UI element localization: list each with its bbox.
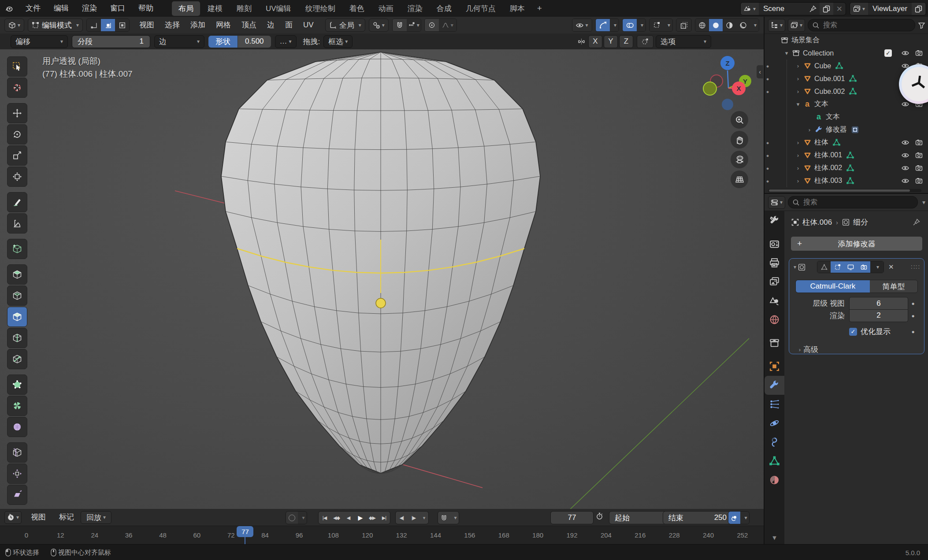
transform-orientation[interactable]: 全局 ▾ [325,19,365,32]
topbar-menu-渲染[interactable]: 渲染 [75,0,104,17]
disable-render-toggle[interactable] [912,49,925,57]
snap-toggle[interactable] [393,19,407,31]
shading-settings-dropdown[interactable]: ▾ [750,19,759,31]
gizmo-x-axis[interactable]: X [732,82,746,95]
meshdata-badge-icon[interactable] [833,139,840,146]
show-in-render-toggle[interactable] [857,261,870,273]
meshdata-badge-icon[interactable] [835,62,843,70]
expand-chevron-icon[interactable]: › [805,126,814,133]
viewport-menu-添加[interactable]: 添加 [185,17,211,33]
properties-tab-render[interactable] [765,234,784,253]
orthographic-toggle-button[interactable] [731,171,748,188]
properties-search-input[interactable] [802,198,913,207]
extrude-tool-button[interactable] [7,264,27,285]
meshdata-badge-icon[interactable] [846,177,854,185]
auto-keyframe-toggle[interactable] [286,512,298,524]
add-workspace-button[interactable]: + [532,4,547,13]
outliner-row-文本[interactable]: a文本 [765,111,928,123]
outliner-item-label[interactable]: 柱体.001 [814,151,842,160]
workspace-tab-UV编辑[interactable]: UV编辑 [259,1,298,16]
knife-tool-button[interactable] [7,349,27,369]
properties-tab-physics[interactable] [765,414,784,433]
new-scene-button[interactable] [820,3,833,15]
mirror-y-button[interactable]: Y [604,35,618,48]
xray-toggle[interactable] [676,19,691,31]
topbar-menu-文件[interactable]: 文件 [19,0,47,17]
3d-viewport[interactable]: 用户透视 (局部) (77) 柱体.006 | 柱体.007 Z Y X ‹ [0,49,764,509]
viewport-menu-面[interactable]: 面 [280,17,298,33]
hide-eye-toggle[interactable] [898,177,912,185]
shear-tool-button[interactable] [7,485,27,505]
edge-slide-tool-button[interactable] [7,442,27,463]
bevel-tool-button[interactable] [7,307,27,327]
expand-chevron-icon[interactable]: › [794,139,802,146]
playhead[interactable]: 77 [237,526,253,544]
hide-eye-toggle[interactable] [898,164,912,172]
shrink-fatten-tool-button[interactable] [7,464,27,484]
expand-chevron-icon[interactable]: › [794,152,802,159]
animate-dot-icon[interactable]: ● [908,313,918,319]
frame-forward-button[interactable]: |▶ [408,512,419,524]
filter-icon[interactable] [918,22,925,29]
timeline-ruler[interactable]: 0122436486072849610812013214415616818019… [0,526,764,544]
rendered-shading-button[interactable] [736,19,750,31]
bevel-affect-dropdown[interactable]: 边 ▾ [154,35,204,48]
camera-view-button[interactable] [731,151,748,168]
scene-name[interactable]: Scene [759,4,806,13]
properties-tab-particles[interactable] [765,395,784,414]
simple-button[interactable]: 简单型 [870,280,917,293]
measure-tool-button[interactable] [7,213,27,234]
overlays-settings-dropdown[interactable]: ▾ [637,19,646,31]
expand-chevron-icon[interactable]: › [794,63,802,69]
play-reverse-button[interactable]: ◀ [342,512,354,524]
properties-tab-tool[interactable] [765,211,784,230]
advanced-section-toggle[interactable]: › 高级 [796,345,924,355]
outliner-row-柱体[interactable]: ●›柱体 [765,136,928,149]
blender-logo-icon[interactable] [5,5,13,12]
scale-tool-button[interactable] [7,145,27,166]
levels-render-field[interactable]: 2 [849,310,908,322]
transform-tool-button[interactable] [7,167,27,187]
show-in-edit-cage-toggle[interactable] [817,261,831,273]
outliner-row-柱体.003[interactable]: ●›柱体.003 [765,174,928,187]
workspace-tab-渲染[interactable]: 渲染 [401,1,429,16]
snap-dropdown[interactable]: ▾ [450,512,459,524]
workspace-tab-布局[interactable]: 布局 [172,1,200,16]
snap-settings-button[interactable]: ▾ [407,19,421,31]
tool-options-dropdown[interactable]: 选项 ▾ [656,35,711,48]
expand-chevron-icon[interactable]: › [794,88,802,95]
snap-playhead-toggle[interactable] [438,512,450,524]
hide-eye-toggle[interactable] [898,152,912,159]
subsurf-modifier-icon[interactable] [842,219,850,226]
show-gizmo-toggle[interactable] [596,19,610,31]
add-cube-tool-button[interactable] [7,239,27,259]
properties-tab-world[interactable] [765,310,784,329]
subsurf-badge-icon[interactable] [851,126,859,134]
face-select-button[interactable] [115,19,129,31]
outliner-row-场景集合[interactable]: 场景集合 [765,34,928,47]
meshdata-badge-icon[interactable] [849,75,857,82]
properties-tab-data[interactable] [765,452,784,471]
animate-dot-icon[interactable]: ● [908,329,918,335]
visibility-dropdown[interactable]: ▾ [572,19,592,31]
topbar-menu-帮助[interactable]: 帮助 [132,0,160,17]
proportional-edit-toggle[interactable] [425,19,439,31]
mesh-object[interactable] [0,49,764,509]
mirror-x-button[interactable]: X [588,35,602,48]
drag-handle-icon[interactable]: ∷∷ [911,263,921,271]
topbar-menu-窗口[interactable]: 窗口 [104,0,132,17]
tabs-overflow-chevron[interactable]: ▾ [765,533,784,542]
viewport-menu-选择[interactable]: 选择 [160,17,185,33]
show-overlays-toggle[interactable] [623,19,637,31]
outliner-item-label[interactable]: 柱体.002 [814,163,842,173]
outliner-item-label[interactable]: 文本 [826,112,840,122]
outliner-row-Cube[interactable]: ●›Cube [765,59,928,72]
wireframe-shading-button[interactable] [695,19,709,31]
loop-cut-tool-button[interactable] [7,328,27,348]
properties-tab-modifiers[interactable] [765,376,784,395]
modifier-extras-dropdown[interactable]: ▾ [870,261,883,273]
properties-tab-object[interactable] [765,357,784,376]
optimal-display-label[interactable]: 优化显示 [861,326,891,337]
delete-viewlayer-button[interactable]: ✕ [925,3,926,15]
edge-select-button[interactable] [101,19,115,31]
